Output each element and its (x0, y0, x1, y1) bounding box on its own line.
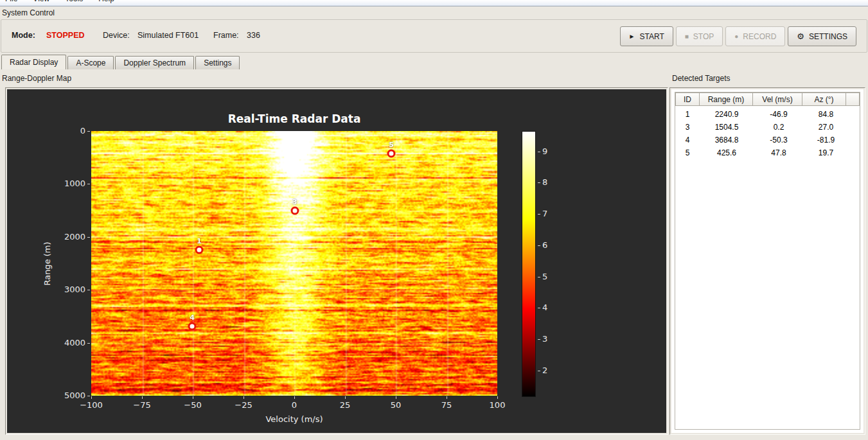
y-tick-mark (87, 184, 90, 184)
x-tick-label: −100 (80, 400, 103, 410)
x-tick-mark (497, 396, 498, 399)
target-marker (188, 322, 197, 330)
gear-icon: ⚙ (797, 32, 804, 40)
menu-item-tools[interactable]: Tools (65, 0, 83, 5)
column-header-az[interactable]: Az (°) (802, 92, 846, 106)
x-axis-label: Velocity (m/s) (91, 414, 497, 424)
y-tick-label: 1000 (51, 179, 85, 188)
menu-item-help[interactable]: Help (98, 0, 114, 5)
system-control-group-label: System Control (2, 8, 55, 17)
record-button-label: RECORD (743, 32, 776, 41)
range-doppler-heatmap (91, 131, 497, 396)
x-tick-label: 75 (441, 400, 452, 410)
y-tick-mark (87, 131, 90, 132)
table-cell: 27.0 (804, 121, 848, 134)
start-button-label: START (640, 32, 664, 41)
y-tick-mark (87, 290, 90, 290)
table-cell: -81.9 (804, 134, 848, 146)
x-tick-mark (193, 396, 193, 399)
y-tick-label: 5000 (51, 391, 85, 400)
table-cell: 1 (675, 108, 700, 121)
menu-item-file[interactable]: File (5, 0, 17, 5)
target-marker (387, 150, 396, 158)
x-tick-mark (244, 396, 244, 399)
table-cell: 5 (675, 146, 700, 159)
target-marker-label: 4 (190, 313, 195, 322)
y-tick-mark (87, 396, 90, 396)
y-tick-mark (87, 343, 90, 344)
record-button: ●RECORD (725, 26, 785, 46)
left-panel-title: Range-Doppler Map (2, 74, 71, 83)
frame-label: Frame: (213, 31, 239, 40)
column-header-velms[interactable]: Vel (m/s) (752, 92, 802, 106)
target-marker (290, 206, 299, 215)
colorbar-tick-label: 5 (542, 272, 547, 281)
tab-a-scope[interactable]: A-Scope (67, 56, 114, 69)
targets-table-body: 12240.9-46.984.831504.50.227.043684.8-50… (675, 106, 860, 159)
colorbar-tick-mark (538, 371, 540, 371)
column-header-id[interactable]: ID (675, 92, 700, 106)
x-tick-label: 25 (340, 400, 351, 410)
stop-button: ■STOP (676, 26, 723, 46)
device-value: Simulated FT601 (137, 31, 199, 40)
table-cell: 47.8 (754, 146, 804, 159)
right-panel-title: Detected Targets (672, 74, 731, 83)
colorbar-tick-label: 4 (542, 303, 547, 312)
table-row[interactable]: 31504.50.227.0 (675, 121, 860, 134)
table-cell: 4 (675, 134, 700, 146)
menu-item-view[interactable]: View (33, 0, 49, 5)
chart-title: Real-Time Radar Data (91, 112, 497, 125)
table-row[interactable]: 12240.9-46.984.8 (675, 108, 860, 121)
y-tick-label: 0 (51, 126, 85, 136)
colorbar-tick-label: 3 (542, 334, 547, 344)
radar-figure: Real-Time Radar Data −100−75−50−25025507… (7, 89, 666, 433)
tab-doppler-spectrum[interactable]: Doppler Spectrum (115, 56, 194, 69)
mode-label: Mode: (12, 31, 35, 40)
x-tick-label: −75 (133, 400, 150, 410)
x-tick-mark (447, 396, 447, 399)
colorbar-tick-label: 7 (542, 209, 547, 218)
tab-settings[interactable]: Settings (195, 56, 240, 69)
table-cell: 0.2 (754, 121, 804, 134)
table-row[interactable]: 43684.8-50.3-81.9 (675, 134, 860, 146)
settings-button[interactable]: ⚙SETTINGS (788, 26, 856, 46)
mode-value: STOPPED (46, 31, 85, 40)
target-marker (195, 245, 203, 254)
table-cell: 2240.9 (700, 108, 754, 121)
table-cell: 19.7 (804, 146, 848, 159)
colorbar-tick-mark (538, 214, 540, 215)
system-control-box: Mode: STOPPED Device: Simulated FT601 Fr… (1, 19, 867, 53)
x-tick-mark (345, 396, 346, 399)
x-tick-mark (294, 396, 295, 399)
colorbar-tick-label: 2 (542, 365, 547, 375)
table-cell: 425.6 (700, 146, 754, 159)
table-cell: 3 (675, 121, 700, 134)
x-tick-label: 50 (391, 400, 402, 410)
targets-table: IDRange (m)Vel (m/s)Az (°) 12240.9-46.98… (675, 92, 860, 430)
colorbar-tick-mark (538, 245, 540, 246)
colorbar-tick-mark (538, 308, 540, 308)
table-cell: -50.3 (754, 134, 804, 146)
detected-targets-panel: IDRange (m)Vel (m/s)Az (°) 12240.9-46.98… (669, 87, 865, 435)
y-tick-label: 3000 (51, 285, 85, 294)
x-tick-mark (91, 396, 92, 399)
range-doppler-panel: Real-Time Radar Data −100−75−50−25025507… (5, 87, 668, 435)
start-button[interactable]: ►START (620, 26, 673, 46)
colorbar (522, 131, 536, 397)
play-icon: ► (629, 33, 635, 40)
colorbar-tick-mark (538, 182, 540, 183)
x-tick-mark (142, 396, 143, 399)
table-row[interactable]: 5425.647.819.7 (675, 146, 860, 159)
column-header-rangem[interactable]: Range (m) (699, 92, 753, 106)
colorbar-tick-mark (538, 339, 540, 340)
x-tick-label: −50 (184, 400, 201, 410)
colorbar-tick-label: 9 (542, 146, 547, 156)
control-buttons: ►START■STOP●RECORD⚙SETTINGS (620, 26, 856, 46)
record-icon: ● (734, 33, 738, 40)
y-tick-label: 4000 (51, 338, 85, 348)
x-tick-label: −25 (235, 400, 252, 410)
tab-radar-display[interactable]: Radar Display (1, 55, 66, 69)
stop-button-label: STOP (693, 32, 714, 41)
device-label: Device: (103, 31, 130, 40)
x-tick-label: 0 (292, 400, 297, 410)
